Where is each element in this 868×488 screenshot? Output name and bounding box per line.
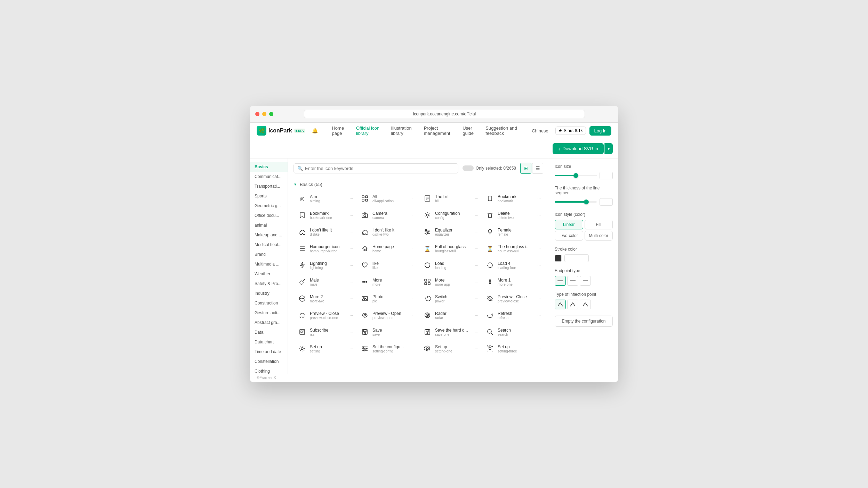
icon-cell-photo[interactable]: Photo pic ··· xyxy=(356,291,418,307)
more-app-more[interactable]: ··· xyxy=(475,280,478,284)
icon-cell-all[interactable]: All all-application ··· xyxy=(356,190,418,206)
dislike-two-more[interactable]: ··· xyxy=(412,230,416,234)
login-button[interactable]: Log in xyxy=(589,126,611,136)
icon-cell-subscribe[interactable]: Subscribe rss ··· xyxy=(294,324,355,340)
sidebar-item-timedate[interactable]: Time and date xyxy=(250,347,288,357)
hamburger-more[interactable]: ··· xyxy=(350,246,353,251)
minimize-dot[interactable] xyxy=(262,112,266,116)
icon-cell-camera[interactable]: Camera camera ··· xyxy=(356,207,418,223)
line-thickness-thumb[interactable] xyxy=(584,200,589,204)
sidebar-item-safety[interactable]: Safety & Pro... xyxy=(250,279,288,288)
endpoint-flat-button[interactable] xyxy=(567,276,578,286)
maximize-dot[interactable] xyxy=(269,112,273,116)
config-more[interactable]: ··· xyxy=(475,213,478,217)
icon-cell-bookmark-one[interactable]: Bookmark bookmark-one ··· xyxy=(294,207,355,223)
icon-cell-preview-close[interactable]: Preview - Close preview-close ··· xyxy=(481,291,543,307)
power-more[interactable]: ··· xyxy=(475,296,478,301)
icon-cell-more-one[interactable]: More 1 more-one ··· xyxy=(481,274,543,290)
icon-cell-equalizer[interactable]: Equalizer equalizer ··· xyxy=(419,224,481,240)
sidebar-item-sports[interactable]: Sports xyxy=(250,191,288,201)
download-svg-button[interactable]: ↓ Download SVG in xyxy=(553,143,604,154)
preview-open-more[interactable]: ··· xyxy=(412,313,416,317)
icon-size-slider[interactable] xyxy=(555,175,597,176)
sidebar-item-multimedia[interactable]: Multimedia ... xyxy=(250,259,288,269)
icon-cell-bill[interactable]: The bill bill ··· xyxy=(419,190,481,206)
nav-home[interactable]: Home page xyxy=(332,125,351,136)
load-more[interactable]: ··· xyxy=(475,263,478,267)
style-multi-color-button[interactable]: Multi-color xyxy=(585,231,613,241)
nav-official[interactable]: Official icon library xyxy=(356,125,385,136)
icon-cell-lightning[interactable]: Lightning lightning ··· xyxy=(294,257,355,273)
icon-cell-preview-close-one[interactable]: Preview - Close preview-close-one ··· xyxy=(294,307,355,323)
nav-feedback[interactable]: Suggestion and feedback xyxy=(485,125,526,136)
sidebar-item-datachart[interactable]: Data chart xyxy=(250,337,288,347)
icon-cell-preview-open[interactable]: Preview - Open preview-open ··· xyxy=(356,307,418,323)
sidebar-item-geometric[interactable]: Geometric g... xyxy=(250,201,288,211)
radar-more[interactable]: ··· xyxy=(475,313,478,317)
nav-guide[interactable]: User guide xyxy=(463,125,480,136)
icon-cell-delete[interactable]: Delete delete-two ··· xyxy=(481,207,543,223)
preview-close-one-more[interactable]: ··· xyxy=(350,313,353,317)
bell-icon[interactable]: 🔔 xyxy=(312,128,318,133)
icon-cell-setting-one[interactable]: Set up setting-one ··· xyxy=(419,341,481,357)
home-more[interactable]: ··· xyxy=(412,246,416,251)
sidebar-item-clothing[interactable]: Clothing xyxy=(250,366,288,374)
dislike-more[interactable]: ··· xyxy=(350,230,353,234)
sidebar-item-medical[interactable]: Medical heal... xyxy=(250,240,288,250)
preview-close-more[interactable]: ··· xyxy=(538,296,541,301)
icon-cell-like[interactable]: like like ··· xyxy=(356,257,418,273)
save-more[interactable]: ··· xyxy=(412,330,416,334)
delete-more[interactable]: ··· xyxy=(538,213,541,217)
more-two-more[interactable]: ··· xyxy=(350,296,353,301)
style-linear-button[interactable]: Linear xyxy=(555,220,583,229)
inflect-bevel-button[interactable] xyxy=(580,300,591,309)
photo-more[interactable]: ··· xyxy=(412,296,416,301)
hourglass-full-more[interactable]: ··· xyxy=(475,246,478,251)
icon-cell-hourglass-null[interactable]: ⏳ The hourglass i... hourglass-null ··· xyxy=(481,241,543,257)
icon-cell-male[interactable]: Male male ··· xyxy=(294,274,355,290)
endpoint-round-button[interactable] xyxy=(555,276,566,286)
icon-cell-setting[interactable]: Set up setting ··· xyxy=(294,341,355,357)
like-more[interactable]: ··· xyxy=(412,263,416,267)
list-view-button[interactable]: ☰ xyxy=(532,163,543,174)
sidebar-item-animal[interactable]: animal xyxy=(250,220,288,230)
icon-cell-bookmark[interactable]: Bookmark bookmark ··· xyxy=(481,190,543,206)
close-dot[interactable] xyxy=(255,112,259,116)
setting-three-more[interactable]: ··· xyxy=(538,347,541,351)
icon-cell-setting-config[interactable]: Set the configu... setting-config ··· xyxy=(356,341,418,357)
icon-cell-setting-three[interactable]: Set up setting-three ··· xyxy=(481,341,543,357)
icon-cell-search[interactable]: Search search ··· xyxy=(481,324,543,340)
nav-project[interactable]: Project management xyxy=(424,125,457,136)
sidebar-item-construction[interactable]: Construction xyxy=(250,298,288,308)
sidebar-item-abstract[interactable]: Abstract gra... xyxy=(250,318,288,327)
nav-illustration[interactable]: Illustration library xyxy=(391,125,418,136)
sidebar-item-weather[interactable]: Weather xyxy=(250,269,288,279)
sidebar-item-constellation[interactable]: Constellation xyxy=(250,357,288,366)
nav-language[interactable]: Chinese xyxy=(532,128,548,133)
icon-size-input[interactable]: 24 xyxy=(600,172,613,179)
search-input[interactable] xyxy=(305,166,455,171)
icon-size-thumb[interactable] xyxy=(573,173,578,178)
inflect-round-button[interactable] xyxy=(555,300,566,309)
icon-cell-save[interactable]: Save save ··· xyxy=(356,324,418,340)
setting-more[interactable]: ··· xyxy=(350,347,353,351)
color-hex-input[interactable]: #333 xyxy=(564,254,589,262)
more-one-more[interactable]: ··· xyxy=(538,280,541,284)
lightning-more[interactable]: ··· xyxy=(350,263,353,267)
sidebar-item-gesture[interactable]: Gesture acti... xyxy=(250,308,288,318)
icon-cell-refresh[interactable]: Refresh refresh ··· xyxy=(481,307,543,323)
sidebar-item-transport[interactable]: Transportati... xyxy=(250,181,288,191)
inflect-miter-button[interactable] xyxy=(567,300,578,309)
equalizer-more[interactable]: ··· xyxy=(475,230,478,234)
icon-cell-female[interactable]: Female female ··· xyxy=(481,224,543,240)
search-input-wrapper[interactable]: 🔍 xyxy=(294,163,458,173)
all-more[interactable]: ··· xyxy=(412,196,416,201)
sidebar-item-makeup[interactable]: Makeup and ... xyxy=(250,230,288,240)
sidebar-item-data[interactable]: Data xyxy=(250,327,288,337)
download-chevron[interactable]: ▾ xyxy=(604,143,613,154)
sidebar-item-office[interactable]: Office docu... xyxy=(250,211,288,220)
sidebar-item-basics[interactable]: Basics xyxy=(250,162,288,172)
bookmark-more[interactable]: ··· xyxy=(538,196,541,201)
icon-cell-radar[interactable]: Radar radar ··· xyxy=(419,307,481,323)
camera-more[interactable]: ··· xyxy=(412,213,416,217)
